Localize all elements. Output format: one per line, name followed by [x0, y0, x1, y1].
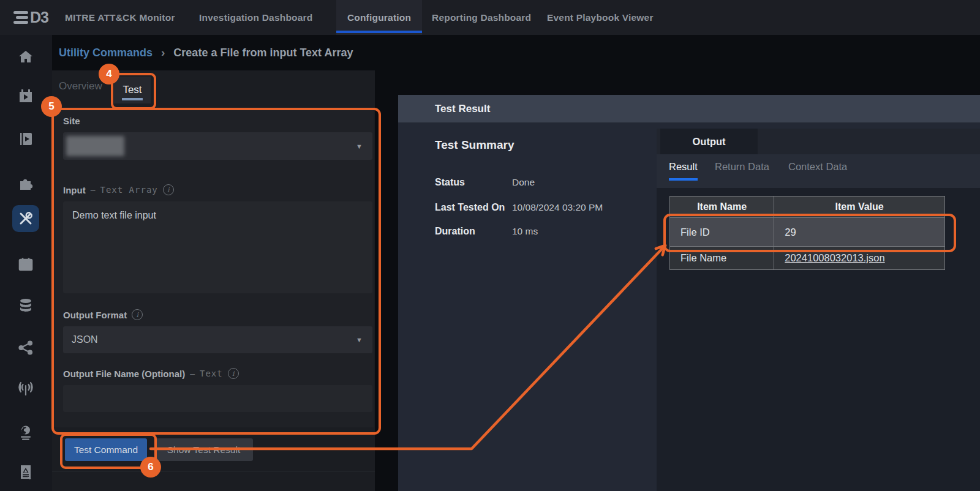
input-type: Text Array [100, 185, 157, 195]
sidebar-scheduled-playbooks-icon[interactable] [12, 83, 39, 110]
tab-test-active-underline [122, 98, 143, 100]
d3-logo-bars-icon [13, 11, 28, 24]
test-result-header: Test Result [398, 95, 980, 122]
file-id-name-cell: File ID [670, 218, 774, 246]
left-column-divider [52, 471, 375, 471]
subtab-context-data[interactable]: Context Data [788, 161, 847, 173]
output-file-name-input[interactable] [63, 385, 372, 412]
input-type-separator: – [91, 185, 96, 195]
output-format-label-row: Output Format i [63, 309, 143, 320]
nav-item-mitre-attack-monitor[interactable]: MITRE ATT&CK Monitor [65, 0, 175, 35]
test-command-button[interactable]: Test Command [65, 438, 147, 461]
subtab-return-data[interactable]: Return Data [715, 161, 769, 173]
file-name-name-cell: File Name [670, 247, 774, 269]
show-test-result-button[interactable]: Show Test Result [154, 438, 253, 461]
sidebar-incident-reports-icon[interactable] [12, 459, 39, 485]
site-dropdown-caret-icon: ▼ [356, 143, 363, 150]
top-nav-bar: D3 MITRE ATT&CK Monitor Investigation Da… [0, 0, 980, 35]
nav-item-investigation-dashboard[interactable]: Investigation Dashboard [199, 0, 312, 35]
status-label: Status [435, 177, 465, 188]
output-format-value: JSON [63, 334, 98, 345]
subtab-result-active-underline [669, 178, 698, 181]
last-tested-value: 10/08/2024 03:20 PM [512, 202, 603, 213]
sidebar-calendar-icon[interactable] [12, 251, 39, 278]
sidebar-home-icon[interactable] [12, 43, 39, 70]
app-root: D3 MITRE ATT&CK Monitor Investigation Da… [0, 0, 980, 491]
nav-item-reporting-dashboard[interactable]: Reporting Dashboard [432, 0, 531, 35]
input-textarea[interactable]: Demo text file input [63, 201, 372, 293]
breadcrumb-chevron-icon: › [161, 46, 165, 59]
input-info-icon[interactable]: i [163, 184, 174, 195]
result-table-header-row: Item Name Item Value [670, 197, 944, 218]
sidebar-link-analysis-icon[interactable] [12, 334, 39, 361]
breadcrumb-utility-commands[interactable]: Utility Commands [59, 47, 153, 59]
output-file-name-label: Output File Name (Optional) [63, 369, 185, 379]
output-format-label: Output Format [63, 310, 127, 320]
sidebar-integrations-puzzle-icon[interactable] [12, 170, 39, 197]
sidebar-geolocation-icon[interactable] [12, 419, 39, 446]
site-value-redacted [66, 136, 124, 156]
site-label: Site [63, 116, 80, 126]
file-name-link[interactable]: 20241008032013.json [785, 252, 884, 264]
site-dropdown[interactable]: ▼ [63, 132, 372, 160]
sidebar-database-icon[interactable] [12, 292, 39, 319]
output-format-info-icon[interactable]: i [132, 309, 143, 320]
tab-test[interactable]: Test [114, 77, 151, 103]
table-row-file-name: File Name 20241008032013.json [670, 247, 944, 269]
tab-overview[interactable]: Overview [59, 80, 102, 92]
file-id-value-cell: 29 [774, 218, 944, 246]
column-header-item-name: Item Name [670, 197, 774, 217]
output-file-name-label-row: Output File Name (Optional) – Text i [63, 368, 239, 379]
output-file-info-icon[interactable]: i [228, 368, 239, 379]
result-table: Item Name Item Value File ID 29 File Nam… [669, 196, 945, 270]
table-row-file-id: File ID 29 [670, 218, 944, 247]
input-label: Input [63, 185, 86, 195]
page-title: Create a File from input Text Array [173, 47, 353, 59]
input-label-row: Input – Text Array i [63, 184, 174, 195]
output-format-dropdown[interactable]: JSON ▼ [63, 326, 372, 353]
sidebar-playbook-library-icon[interactable] [12, 126, 39, 152]
test-summary-title: Test Summary [435, 138, 514, 152]
subtab-result[interactable]: Result [669, 161, 698, 173]
column-header-item-value: Item Value [774, 197, 944, 217]
nav-item-configuration[interactable]: Configuration [336, 0, 422, 35]
breadcrumb: Utility Commands › Create a File from in… [59, 35, 353, 70]
last-tested-label: Last Tested On [435, 202, 505, 213]
icon-sidebar [0, 35, 52, 491]
output-file-type: Text [200, 369, 223, 378]
tab-test-label: Test [123, 84, 141, 96]
sidebar-event-ingestion-antenna-icon[interactable] [12, 375, 39, 402]
tab-output[interactable]: Output [660, 129, 758, 154]
output-format-caret-icon: ▼ [356, 336, 363, 343]
d3-logo[interactable]: D3 [13, 0, 48, 35]
d3-logo-text: D3 [30, 9, 48, 26]
output-file-type-separator: – [190, 369, 195, 378]
duration-value: 10 ms [512, 226, 538, 237]
status-value: Done [512, 177, 535, 188]
sidebar-utility-commands-tools-icon[interactable] [12, 205, 39, 232]
nav-item-event-playbook-viewer[interactable]: Event Playbook Viewer [547, 0, 654, 35]
duration-label: Duration [435, 226, 475, 237]
